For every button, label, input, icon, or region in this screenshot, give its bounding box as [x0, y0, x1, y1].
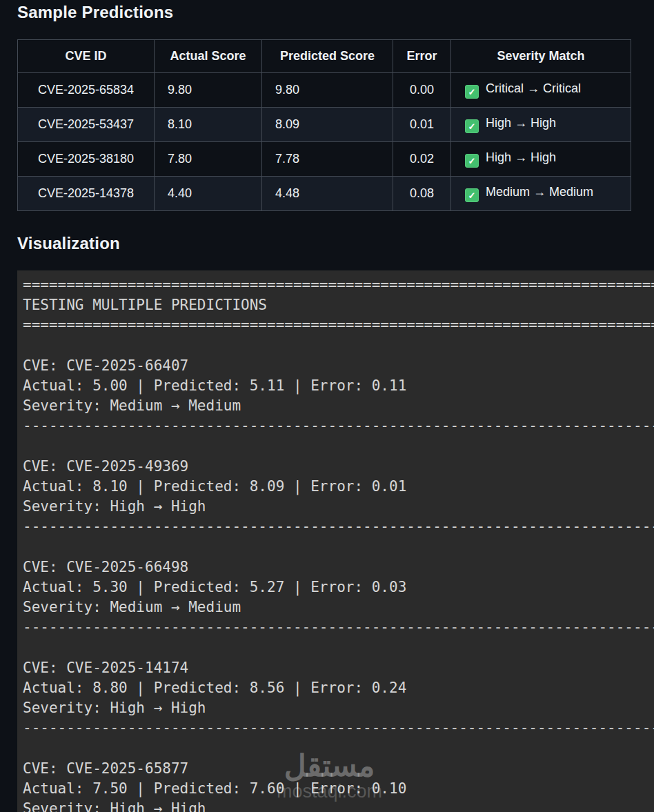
check-icon: ✓	[465, 154, 479, 168]
severity-match-text: Medium → Medium	[486, 185, 593, 199]
col-header-predicted-score: Predicted Score	[262, 40, 393, 73]
col-header-severity-match: Severity Match	[451, 40, 631, 73]
predicted-score-cell: 7.78	[262, 142, 393, 177]
entry-cve-line: CVE: CVE-2025-66498	[23, 557, 654, 577]
error-cell: 0.00	[393, 73, 451, 108]
predictions-table: CVE ID Actual Score Predicted Score Erro…	[17, 39, 631, 211]
visualization-heading: Visualization	[17, 234, 120, 253]
entry-scores-line: Actual: 8.80 | Predicted: 8.56 | Error: …	[23, 678, 654, 698]
separator-dashes: ----------------------------------------…	[23, 718, 654, 738]
actual-score-cell: 9.80	[155, 73, 262, 108]
col-header-error: Error	[393, 40, 451, 73]
entry-cve-line: CVE: CVE-2025-14174	[23, 658, 654, 678]
separator-dashes: ----------------------------------------…	[23, 416, 654, 436]
predicted-score-cell: 9.80	[262, 73, 393, 108]
separator-equals: ========================================…	[23, 275, 654, 295]
severity-match-cell: ✓High → High	[451, 108, 631, 142]
table-row: CVE-2025-14378 4.40 4.48 0.08 ✓Medium → …	[18, 177, 631, 211]
blank-line	[23, 738, 654, 758]
cve-id-cell: CVE-2025-65834	[18, 73, 155, 108]
separator-equals: ========================================…	[23, 315, 654, 335]
entry-severity-line: Severity: High → High	[23, 497, 654, 517]
actual-score-cell: 7.80	[155, 142, 262, 177]
check-icon: ✓	[465, 188, 479, 202]
severity-match-text: Critical → Critical	[486, 81, 581, 95]
entry-scores-line: Actual: 8.10 | Predicted: 8.09 | Error: …	[23, 477, 654, 497]
entry-cve-line: CVE: CVE-2025-66407	[23, 356, 654, 376]
separator-dashes: ----------------------------------------…	[23, 617, 654, 637]
severity-match-text: High → High	[486, 150, 556, 164]
blank-line	[23, 437, 654, 457]
console-title: TESTING MULTIPLE PREDICTIONS	[23, 295, 654, 315]
blank-line	[23, 637, 654, 657]
table-row: CVE-2025-53437 8.10 8.09 0.01 ✓High → Hi…	[18, 108, 631, 142]
severity-match-cell: ✓Critical → Critical	[451, 73, 631, 108]
predicted-score-cell: 4.48	[262, 177, 393, 211]
separator-dashes: ----------------------------------------…	[23, 517, 654, 537]
entry-cve-line: CVE: CVE-2025-49369	[23, 457, 654, 477]
cve-id-cell: CVE-2025-14378	[18, 177, 155, 211]
severity-match-text: High → High	[486, 116, 556, 130]
entry-scores-line: Actual: 7.50 | Predicted: 7.60 | Error: …	[23, 779, 654, 799]
severity-match-cell: ✓High → High	[451, 142, 631, 177]
entry-severity-line: Severity: High → High	[23, 698, 654, 718]
console-output[interactable]: ========================================…	[17, 270, 654, 812]
entry-scores-line: Actual: 5.00 | Predicted: 5.11 | Error: …	[23, 376, 654, 396]
entry-scores-line: Actual: 5.30 | Predicted: 5.27 | Error: …	[23, 577, 654, 597]
check-icon: ✓	[465, 85, 479, 99]
blank-line	[23, 336, 654, 356]
predicted-score-cell: 8.09	[262, 108, 393, 142]
entry-severity-line: Severity: High → High	[23, 799, 654, 812]
col-header-cve-id: CVE ID	[18, 40, 155, 73]
table-header-row: CVE ID Actual Score Predicted Score Erro…	[18, 40, 631, 73]
cve-id-cell: CVE-2025-53437	[18, 108, 155, 142]
error-cell: 0.01	[393, 108, 451, 142]
actual-score-cell: 4.40	[155, 177, 262, 211]
error-cell: 0.08	[393, 177, 451, 211]
table-row: CVE-2025-65834 9.80 9.80 0.00 ✓Critical …	[18, 73, 631, 108]
col-header-actual-score: Actual Score	[155, 40, 262, 73]
cve-id-cell: CVE-2025-38180	[18, 142, 155, 177]
check-icon: ✓	[465, 119, 479, 133]
blank-line	[23, 537, 654, 557]
error-cell: 0.02	[393, 142, 451, 177]
table-row: CVE-2025-38180 7.80 7.78 0.02 ✓High → Hi…	[18, 142, 631, 177]
severity-match-cell: ✓Medium → Medium	[451, 177, 631, 211]
entry-severity-line: Severity: Medium → Medium	[23, 597, 654, 617]
entry-severity-line: Severity: Medium → Medium	[23, 396, 654, 416]
sample-predictions-heading: Sample Predictions	[17, 3, 173, 22]
entry-cve-line: CVE: CVE-2025-65877	[23, 759, 654, 779]
actual-score-cell: 8.10	[155, 108, 262, 142]
